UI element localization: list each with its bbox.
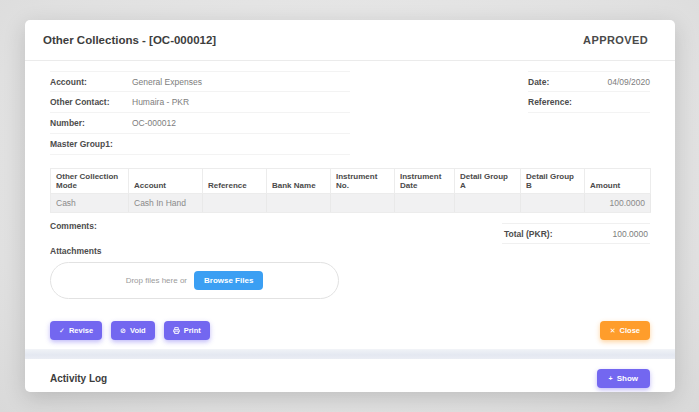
- dropzone-hint-text: Drop files here or: [126, 276, 187, 285]
- cell-instrument-no: [331, 194, 395, 213]
- total-row: Total (PKR): 100.0000: [502, 223, 650, 244]
- col-amount: Amount: [585, 169, 651, 194]
- attachments-label: Attachments: [50, 246, 101, 256]
- activity-log-title: Activity Log: [50, 373, 107, 384]
- col-other-collection-mode: Other Collection Mode: [51, 169, 129, 194]
- field-other-contact: Other Contact: Humaira - PKR: [50, 92, 350, 113]
- check-icon: ✓: [59, 327, 65, 334]
- section-divider-strip: [25, 349, 675, 359]
- collection-lines-table: Other Collection Mode Account Reference …: [50, 168, 651, 213]
- print-button-label: Print: [184, 326, 201, 335]
- total-box: Total (PKR): 100.0000: [502, 223, 650, 256]
- field-reference: Reference:: [528, 92, 650, 113]
- close-button[interactable]: ✕ Close: [600, 321, 650, 340]
- card-header: Other Collections - [OC-000012] APPROVED: [25, 20, 675, 61]
- mid-left: Comments: Attachments: [50, 221, 101, 256]
- attachments-dropzone[interactable]: Drop files here or Browse Files: [50, 262, 339, 299]
- plus-icon: +: [609, 375, 613, 382]
- revise-button[interactable]: ✓ Revise: [50, 321, 102, 340]
- field-other-contact-value: Humaira - PKR: [132, 97, 189, 107]
- cell-bank-name: [267, 194, 331, 213]
- status-badge: APPROVED: [583, 34, 648, 46]
- total-value: 100.0000: [613, 229, 648, 239]
- field-account: Account: General Expenses: [50, 71, 350, 92]
- field-number-label: Number:: [50, 118, 132, 128]
- detail-fields-left: Account: General Expenses Other Contact:…: [50, 71, 350, 155]
- col-reference: Reference: [203, 169, 267, 194]
- page-background: Other Collections - [OC-000012] APPROVED…: [0, 0, 699, 412]
- page-title: Other Collections - [OC-000012]: [43, 34, 216, 46]
- cell-detail-group-a: [455, 194, 521, 213]
- field-number-value: OC-000012: [132, 118, 176, 128]
- void-button[interactable]: ⊘ Void: [111, 321, 155, 340]
- detail-fields-right: Date: 04/09/2020 Reference:: [528, 71, 650, 158]
- col-detail-group-b: Detail Group B: [521, 169, 585, 194]
- field-master-group1-label: Master Group1:: [50, 139, 132, 149]
- print-button[interactable]: Print: [164, 321, 210, 340]
- mid-section: Comments: Attachments Total (PKR): 100.0…: [50, 221, 650, 256]
- cell-amount: 100.0000: [585, 194, 651, 213]
- table-header-row: Other Collection Mode Account Reference …: [51, 169, 651, 194]
- close-button-label: Close: [620, 326, 640, 335]
- col-instrument-date: Instrument Date: [395, 169, 455, 194]
- show-button-label: Show: [617, 374, 638, 383]
- revise-button-label: Revise: [69, 326, 93, 335]
- detail-fields: Account: General Expenses Other Contact:…: [50, 71, 650, 158]
- field-number: Number: OC-000012: [50, 113, 350, 134]
- cell-instrument-date: [395, 194, 455, 213]
- field-master-group1: Master Group1:: [50, 134, 350, 155]
- field-date-label: Date:: [528, 77, 549, 87]
- printer-icon: [173, 327, 180, 335]
- col-bank-name: Bank Name: [267, 169, 331, 194]
- comments-label: Comments:: [50, 221, 101, 231]
- col-instrument-no: Instrument No.: [331, 169, 395, 194]
- other-collections-card: Other Collections - [OC-000012] APPROVED…: [25, 20, 675, 392]
- total-label: Total (PKR):: [504, 229, 552, 239]
- field-other-contact-label: Other Contact:: [50, 97, 132, 107]
- field-account-value: General Expenses: [132, 77, 202, 87]
- field-reference-label: Reference:: [528, 97, 572, 107]
- action-bar: ✓ Revise ⊘ Void Print ✕: [50, 321, 650, 340]
- cell-reference: [203, 194, 267, 213]
- table-row: Cash Cash In Hand 100.0000: [51, 194, 651, 213]
- ban-icon: ⊘: [120, 327, 126, 334]
- void-button-label: Void: [130, 326, 146, 335]
- cell-detail-group-b: [521, 194, 585, 213]
- card-body: Account: General Expenses Other Contact:…: [25, 61, 675, 340]
- field-account-label: Account:: [50, 77, 132, 87]
- field-date: Date: 04/09/2020: [528, 71, 650, 92]
- close-icon: ✕: [610, 327, 616, 334]
- cell-mode: Cash: [51, 194, 129, 213]
- col-account: Account: [129, 169, 203, 194]
- cell-account: Cash In Hand: [129, 194, 203, 213]
- show-activity-button[interactable]: + Show: [597, 369, 650, 388]
- field-date-value: 04/09/2020: [607, 77, 650, 87]
- browse-files-button[interactable]: Browse Files: [194, 271, 263, 290]
- col-detail-group-a: Detail Group A: [455, 169, 521, 194]
- activity-log-section: Activity Log + Show: [25, 359, 675, 388]
